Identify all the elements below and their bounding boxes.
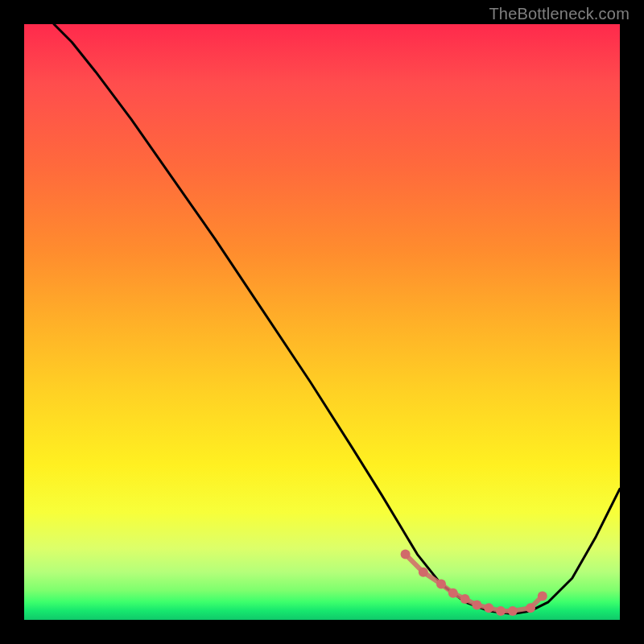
highlight-dot (484, 603, 493, 613)
highlight-dot (496, 606, 506, 616)
highlight-dot (460, 594, 470, 604)
plot-area (24, 24, 620, 620)
bottleneck-curve (54, 24, 620, 614)
highlight-dot (472, 601, 481, 610)
highlight-dot (448, 588, 458, 598)
highlight-dot (401, 550, 411, 559)
highlight-dot (419, 568, 428, 577)
highlight-dot (436, 580, 446, 589)
highlight-dot (526, 603, 535, 613)
watermark-text: TheBottleneck.com (489, 5, 630, 23)
chart-container: TheBottleneck.com (0, 0, 644, 644)
highlight-dot (508, 606, 518, 616)
main-curve (54, 24, 620, 614)
chart-svg (24, 24, 620, 620)
highlight-dot (538, 591, 547, 601)
